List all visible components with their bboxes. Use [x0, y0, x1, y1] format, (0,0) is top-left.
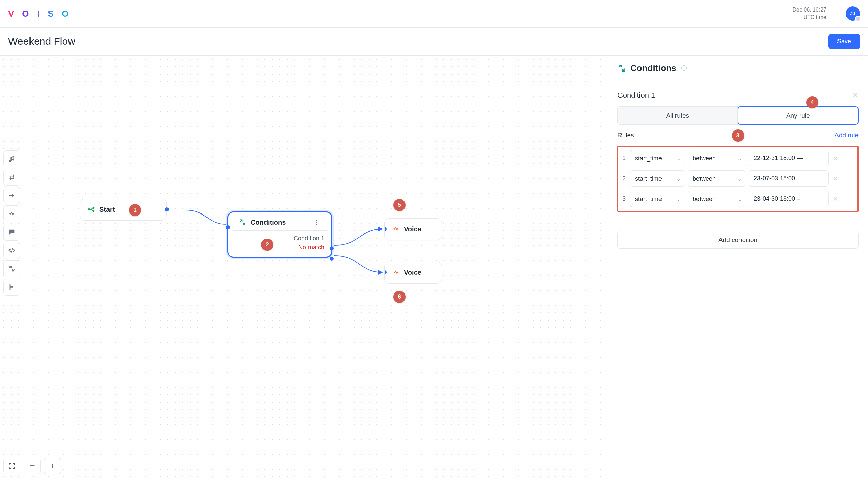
tool-audio[interactable] [3, 150, 20, 167]
header-datetime: Dec 06, 16:27 [792, 6, 826, 14]
voice-label: Voice [404, 269, 421, 277]
page-title: Weekend Flow [8, 36, 75, 47]
rule-value-input[interactable] [749, 150, 829, 166]
callout-3: 3 [732, 129, 744, 142]
divider [836, 7, 836, 20]
fit-view-button[interactable] [3, 458, 20, 474]
rules-header: Rules 3 Add rule [617, 131, 859, 139]
port-in[interactable] [384, 227, 387, 231]
chat-icon [8, 228, 16, 236]
header-time: Dec 06, 16:27 UTC time [792, 6, 826, 21]
add-rule-link[interactable]: Add rule [834, 131, 859, 139]
port-out[interactable] [165, 207, 169, 211]
conditions-panel: Conditions Condition 1 ✕ 4 All rules Any… [608, 56, 868, 481]
voice-node-b[interactable]: Voice [384, 262, 442, 284]
avatar[interactable]: JJ [846, 6, 860, 21]
split-icon [8, 265, 16, 272]
rule-row: 2 start_time⌄ between⌄ ✕ [621, 170, 855, 187]
rule-operator-select[interactable]: between [688, 150, 745, 166]
remove-rule-button[interactable]: ✕ [833, 175, 839, 183]
header-timezone: UTC time [803, 14, 826, 21]
voice-node-a[interactable]: Voice [384, 218, 442, 240]
condition-name: Condition 1 [617, 91, 655, 100]
logo-letter: S [48, 8, 57, 19]
remove-rule-button[interactable]: ✕ [833, 154, 839, 162]
panel-header: Conditions [608, 56, 868, 81]
remove-condition-button[interactable]: ✕ [852, 91, 859, 100]
svg-point-6 [316, 224, 317, 225]
toggle-any-rule[interactable]: Any rule [738, 106, 859, 125]
info-icon[interactable] [680, 65, 687, 72]
fullscreen-icon [8, 462, 16, 470]
condition-output-1: Condition 1 [294, 235, 324, 242]
match-toggle: All rules Any rule [617, 106, 859, 125]
node-palette [3, 150, 20, 296]
logo-letter: V [8, 8, 17, 19]
sound-waves-icon [392, 225, 400, 233]
condition-block-header: Condition 1 ✕ [617, 91, 859, 100]
connections [0, 56, 608, 481]
sound-waves-icon [392, 269, 400, 276]
save-button[interactable]: Save [828, 34, 860, 49]
port-out-1[interactable] [330, 246, 334, 250]
tool-chat[interactable] [3, 224, 20, 241]
rules-label: Rules [617, 131, 634, 139]
flag-icon [8, 283, 16, 291]
conditions-node[interactable]: Conditions Condition 1 No match [227, 211, 332, 258]
rule-row: 1 start_time⌄ between⌄ ✕ [621, 150, 855, 166]
title-bar: Weekend Flow Save [0, 28, 868, 56]
zoom-controls: − + [3, 458, 61, 474]
code-icon [8, 247, 16, 254]
add-condition-button[interactable]: Add condition [617, 231, 859, 249]
tool-conditions[interactable] [3, 260, 20, 277]
tool-voice[interactable] [3, 205, 20, 222]
rule-value-input[interactable] [749, 191, 829, 207]
svg-point-2 [93, 210, 94, 212]
arrow-right-icon [8, 192, 16, 199]
rule-field-select[interactable]: start_time [630, 191, 684, 207]
split-icon [617, 64, 626, 73]
rule-operator-select[interactable]: between [688, 170, 745, 187]
rule-value-input[interactable] [749, 170, 829, 187]
voice-label: Voice [404, 225, 421, 233]
tool-flag[interactable] [3, 279, 20, 296]
more-icon[interactable] [313, 219, 320, 226]
tool-forward[interactable] [3, 187, 20, 204]
rule-index: 2 [621, 175, 627, 182]
rule-row: 3 start_time⌄ between⌄ ✕ [621, 191, 855, 207]
hash-icon [8, 174, 16, 181]
split-icon [239, 219, 246, 226]
tool-hash[interactable] [3, 169, 20, 186]
brand-bar: V O I S O Dec 06, 16:27 UTC time JJ [0, 0, 868, 28]
port-in[interactable] [384, 270, 387, 274]
rule-field-select[interactable]: start_time [630, 150, 684, 166]
port-out-nomatch[interactable] [330, 257, 334, 261]
rule-field-select[interactable]: start_time [630, 170, 684, 187]
callout-4: 4 [806, 96, 818, 108]
music-icon [8, 155, 16, 163]
zoom-out-button[interactable]: − [24, 458, 41, 474]
svg-point-0 [9, 213, 9, 214]
logo-letter: I [37, 8, 43, 19]
rule-operator-select[interactable]: between [688, 191, 745, 207]
toggle-all-rules[interactable]: All rules [617, 106, 738, 125]
port-in[interactable] [226, 225, 230, 229]
svg-point-3 [88, 209, 90, 210]
rule-index: 3 [621, 195, 627, 202]
remove-rule-button[interactable]: ✕ [833, 195, 839, 203]
brand-logo: V O I S O [8, 8, 72, 19]
branch-icon [88, 206, 95, 213]
zoom-in-button[interactable]: + [44, 458, 61, 474]
flow-canvas[interactable]: − + Start 1 Conditions Condition 1 No ma… [0, 56, 608, 481]
callout-2: 2 [261, 239, 273, 251]
condition-no-match: No match [298, 244, 324, 251]
logo-letter: O [62, 8, 72, 19]
svg-point-5 [316, 222, 317, 223]
rules-list: 1 start_time⌄ between⌄ ✕ 2 start_time⌄ b… [617, 146, 859, 212]
logo-letter: O [22, 8, 32, 19]
svg-point-1 [93, 207, 94, 209]
sound-waves-icon [8, 210, 16, 218]
start-node[interactable]: Start [80, 199, 167, 221]
callout-1: 1 [129, 204, 141, 216]
tool-code[interactable] [3, 242, 20, 259]
